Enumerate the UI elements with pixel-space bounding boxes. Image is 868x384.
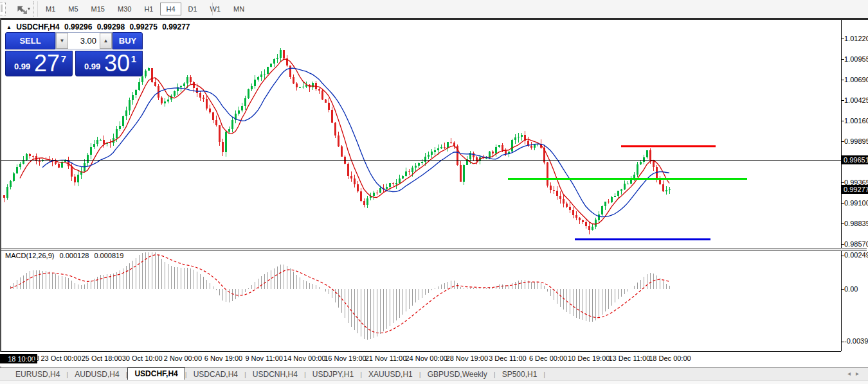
tab-separator: | xyxy=(543,371,545,378)
macd-axis-label: -0.003913 xyxy=(844,337,868,345)
ohlc-low: 0.99275 xyxy=(129,22,157,31)
price-axis-label: 0.99100 xyxy=(844,199,868,207)
tab-usdjpy-h1[interactable]: USDJPY,H1 xyxy=(306,369,360,380)
volume-decrease-button[interactable]: ▼ xyxy=(56,33,68,49)
sell-price-big: 27 xyxy=(34,50,60,77)
time-axis-label: 3 Dec 11:00 xyxy=(489,354,527,362)
tab-audusd-h4[interactable]: AUDUSD,H4 xyxy=(68,369,125,380)
time-axis-label: 30 Oct 10:00 xyxy=(122,354,163,362)
volume-input[interactable]: 3.00 xyxy=(68,33,100,49)
price-axis-label: 1.00690 xyxy=(844,76,868,83)
macd-signal-line xyxy=(10,255,669,333)
ma-fast-line xyxy=(20,59,669,224)
time-axis-label: 10 Dec 19:00 xyxy=(568,354,610,362)
buy-price-pip: 1 xyxy=(131,53,136,64)
time-axis-label: 21 Nov 11:00 xyxy=(365,354,407,362)
macd-axis-label: 0.00 xyxy=(844,285,858,293)
price-axis-label: 0.98835 xyxy=(844,220,868,227)
tab-xauusd-h1[interactable]: XAUUSD,H1 xyxy=(362,369,419,380)
symbol-tab-bar: EURUSD,H4|AUDUSD,H4|USDCHF,H4|USDCAD,H4|… xyxy=(0,367,868,380)
buy-price-box[interactable]: 0.99 30 1 xyxy=(75,51,143,76)
time-axis-label: 23 Oct 00:00 xyxy=(41,354,82,362)
tab-scroll-right-icon[interactable]: ▸ xyxy=(856,370,864,377)
macd-name: MACD(12,26,9) xyxy=(5,252,54,259)
macd-value-main: 0.000128 xyxy=(59,252,89,259)
time-axis-label: 13 Dec 11:00 xyxy=(609,354,651,362)
tab-usdchf-h4[interactable]: USDCHF,H4 xyxy=(127,367,185,380)
line-price-badge: 0.99651 xyxy=(842,155,868,164)
macd-histogram xyxy=(11,252,670,340)
price-axis-label: 1.00955 xyxy=(844,55,868,63)
time-axis-label: 18 Dec 00:00 xyxy=(649,354,691,362)
price-axis-label: 1.00425 xyxy=(844,96,868,104)
buy-button[interactable]: BUY xyxy=(113,32,143,49)
price-axis: 1.012201.009551.006901.004251.001600.998… xyxy=(842,20,868,351)
time-axis-label: 14 Nov 00:00 xyxy=(284,354,325,362)
tab-usdcnh-h4[interactable]: USDCNH,H4 xyxy=(246,369,304,380)
macd-indicator-label: MACD(12,26,9) 0.000128 0.000819 xyxy=(5,252,127,259)
price-axis-label: 0.98570 xyxy=(844,240,868,248)
time-axis-label: 6 Dec 00:00 xyxy=(529,354,567,362)
buy-price-prefix: 0.99 xyxy=(84,62,100,71)
sell-price-prefix: 0.99 xyxy=(14,62,30,71)
time-axis: 18 10:00 18 23 Oct 00:0025 Oct 18:0030 O… xyxy=(0,352,868,367)
time-axis-label: 28 Nov 19:00 xyxy=(446,354,488,362)
volume-stepper: ▼ 3.00 ▲ xyxy=(55,32,113,49)
tab-scroll-arrows[interactable]: ◂▸ xyxy=(847,370,864,377)
macd-axis-label: 0.002492 xyxy=(844,251,868,259)
price-axis-label: 1.01220 xyxy=(844,35,868,42)
time-axis-label: 16 Nov 19:00 xyxy=(324,354,366,362)
ohlc-high: 0.99298 xyxy=(97,22,125,31)
collapse-arrow-icon[interactable]: ▲ xyxy=(6,24,12,30)
price-axis-label: 0.99895 xyxy=(844,137,868,145)
sell-price-box[interactable]: 0.99 27 7 xyxy=(5,51,73,76)
ohlc-close: 0.99277 xyxy=(162,22,190,31)
tab-scroll-left-icon[interactable]: ◂ xyxy=(847,370,856,377)
volume-increase-button[interactable]: ▲ xyxy=(100,33,112,49)
bid-price-badge: 0.99277 xyxy=(842,185,868,194)
time-axis-label: 6 Nov 19:00 xyxy=(204,354,242,362)
sell-button[interactable]: SELL xyxy=(5,32,55,49)
time-axis-label: 2 Nov 00:00 xyxy=(164,354,202,362)
bottom-strip xyxy=(0,380,868,384)
sell-price-pip: 7 xyxy=(61,53,66,64)
tab-sp500-h1[interactable]: SP500,H1 xyxy=(496,369,544,380)
ohlc-open: 0.99296 xyxy=(64,22,92,31)
one-click-trading-panel: SELL ▼ 3.00 ▲ BUY 0.99 27 7 0.99 30 1 xyxy=(5,32,143,76)
time-axis-label: 24 Nov 00:00 xyxy=(405,354,447,362)
tab-eurusd-h4[interactable]: EURUSD,H4 xyxy=(9,369,66,380)
chart-title: ▲ USDCHF,H4 0.99296 0.99298 0.99275 0.99… xyxy=(6,22,193,31)
symbol-period-label: USDCHF,H4 xyxy=(16,22,59,31)
time-axis-label: 9 Nov 11:00 xyxy=(245,354,283,362)
macd-value-signal: 0.000819 xyxy=(94,252,123,259)
time-axis-label: 25 Oct 18:00 xyxy=(82,354,122,362)
buy-price-big: 30 xyxy=(104,50,130,77)
tab-gbpusd-weekly[interactable]: GBPUSD,Weekly xyxy=(421,369,494,380)
time-axis-label: 18 xyxy=(32,354,39,362)
price-axis-label: 1.00160 xyxy=(844,117,868,125)
tab-usdcad-h4[interactable]: USDCAD,H4 xyxy=(187,369,244,380)
